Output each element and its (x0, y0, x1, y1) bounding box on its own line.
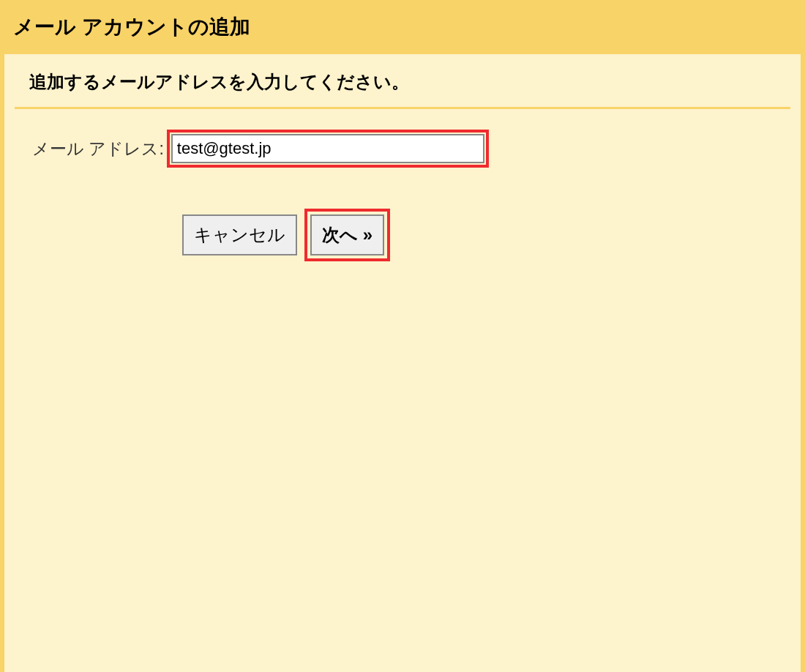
dialog-title: メール アカウントの追加 (13, 13, 792, 41)
next-button[interactable]: 次へ » (310, 214, 384, 255)
cancel-button[interactable]: キャンセル (182, 214, 297, 255)
dialog-header: メール アカウントの追加 (0, 0, 805, 54)
next-button-highlight: 次へ » (304, 209, 390, 261)
email-input[interactable] (171, 134, 484, 163)
button-row: キャンセル 次へ » (32, 168, 540, 261)
email-input-highlight (167, 130, 489, 168)
email-form-row: メール アドレス: (4, 109, 801, 168)
dialog-subtitle: 追加するメールアドレスを入力してください。 (4, 54, 801, 107)
email-label: メール アドレス: (32, 138, 164, 160)
dialog-content: 追加するメールアドレスを入力してください。 メール アドレス: キャンセル 次へ… (4, 54, 801, 672)
